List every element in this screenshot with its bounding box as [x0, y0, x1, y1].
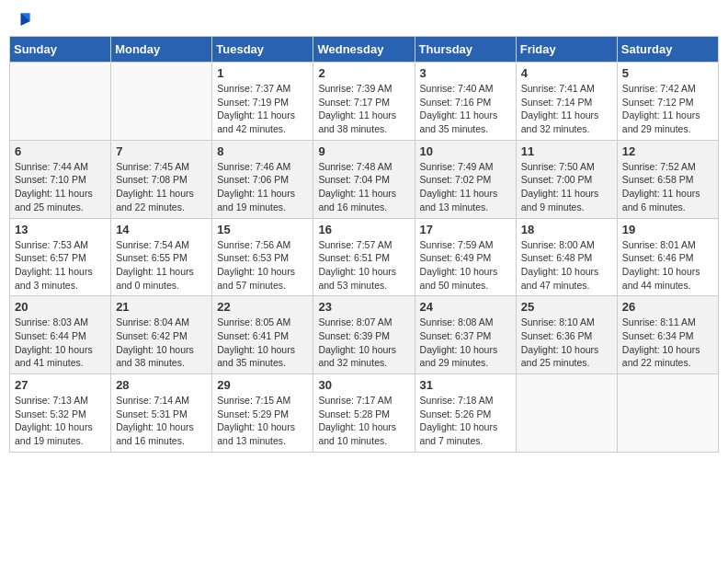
day-info: Sunrise: 8:11 AMSunset: 6:34 PMDaylight:… [622, 316, 713, 370]
day-number: 21 [116, 300, 207, 314]
calendar-cell: 14Sunrise: 7:54 AMSunset: 6:55 PMDayligh… [111, 218, 212, 296]
calendar-cell: 29Sunrise: 7:15 AMSunset: 5:29 PMDayligh… [212, 374, 313, 453]
day-number: 28 [116, 378, 207, 392]
day-info: Sunrise: 7:41 AMSunset: 7:14 PMDaylight:… [521, 82, 612, 136]
calendar-cell: 24Sunrise: 8:08 AMSunset: 6:37 PMDayligh… [415, 296, 516, 374]
calendar-cell: 7Sunrise: 7:45 AMSunset: 7:08 PMDaylight… [111, 140, 212, 218]
day-info: Sunrise: 7:54 AMSunset: 6:55 PMDaylight:… [116, 238, 207, 293]
day-info: Sunrise: 7:13 AMSunset: 5:32 PMDaylight:… [15, 394, 106, 448]
day-info: Sunrise: 7:44 AMSunset: 7:10 PMDaylight:… [15, 160, 106, 214]
day-info: Sunrise: 7:45 AMSunset: 7:08 PMDaylight:… [116, 160, 207, 214]
day-number: 14 [116, 223, 207, 236]
calendar-cell: 30Sunrise: 7:17 AMSunset: 5:28 PMDayligh… [313, 374, 415, 453]
calendar-cell: 10Sunrise: 7:49 AMSunset: 7:02 PMDayligh… [415, 140, 516, 218]
day-number: 2 [318, 66, 409, 80]
day-number: 11 [521, 144, 612, 158]
day-number: 24 [420, 300, 511, 314]
day-info: Sunrise: 7:46 AMSunset: 7:06 PMDaylight:… [217, 160, 308, 214]
day-number: 20 [15, 300, 106, 314]
calendar-cell: 3Sunrise: 7:40 AMSunset: 7:16 PMDaylight… [415, 63, 516, 141]
day-number: 26 [622, 300, 713, 314]
day-info: Sunrise: 7:14 AMSunset: 5:31 PMDaylight:… [116, 394, 207, 448]
column-header-monday: Monday [111, 37, 212, 63]
day-info: Sunrise: 7:49 AMSunset: 7:02 PMDaylight:… [420, 160, 511, 214]
calendar-table: SundayMondayTuesdayWednesdayThursdayFrid… [9, 36, 719, 453]
calendar-cell: 19Sunrise: 8:01 AMSunset: 6:46 PMDayligh… [617, 218, 718, 296]
day-info: Sunrise: 7:39 AMSunset: 7:17 PMDaylight:… [318, 82, 409, 136]
day-number: 6 [15, 144, 106, 158]
day-number: 22 [217, 300, 308, 314]
day-info: Sunrise: 7:52 AMSunset: 6:58 PMDaylight:… [622, 160, 713, 214]
day-info: Sunrise: 8:10 AMSunset: 6:36 PMDaylight:… [521, 316, 612, 370]
calendar-cell: 28Sunrise: 7:14 AMSunset: 5:31 PMDayligh… [111, 374, 212, 453]
day-number: 10 [420, 144, 511, 158]
calendar-cell: 8Sunrise: 7:46 AMSunset: 7:06 PMDaylight… [212, 140, 313, 218]
calendar-cell: 20Sunrise: 8:03 AMSunset: 6:44 PMDayligh… [10, 296, 111, 374]
calendar-cell: 26Sunrise: 8:11 AMSunset: 6:34 PMDayligh… [617, 296, 718, 374]
calendar-cell: 9Sunrise: 7:48 AMSunset: 7:04 PMDaylight… [313, 140, 415, 218]
day-number: 7 [116, 144, 207, 158]
column-header-sunday: Sunday [10, 37, 111, 63]
calendar-cell: 31Sunrise: 7:18 AMSunset: 5:26 PMDayligh… [415, 374, 516, 453]
calendar-cell: 27Sunrise: 7:13 AMSunset: 5:32 PMDayligh… [10, 374, 111, 453]
column-header-thursday: Thursday [415, 37, 516, 63]
calendar-cell: 13Sunrise: 7:53 AMSunset: 6:57 PMDayligh… [10, 218, 111, 296]
day-info: Sunrise: 7:17 AMSunset: 5:28 PMDaylight:… [318, 394, 409, 448]
logo-icon [15, 10, 33, 29]
calendar-week-1: 1Sunrise: 7:37 AMSunset: 7:19 PMDaylight… [10, 63, 719, 141]
page-header [9, 9, 719, 29]
calendar-cell: 21Sunrise: 8:04 AMSunset: 6:42 PMDayligh… [111, 296, 212, 374]
calendar-week-3: 13Sunrise: 7:53 AMSunset: 6:57 PMDayligh… [10, 218, 719, 296]
day-number: 25 [521, 300, 612, 314]
logo [13, 9, 33, 29]
day-number: 16 [318, 223, 409, 236]
day-number: 29 [217, 378, 308, 392]
day-number: 15 [217, 223, 308, 236]
day-number: 17 [420, 223, 511, 236]
calendar-cell: 18Sunrise: 8:00 AMSunset: 6:48 PMDayligh… [516, 218, 617, 296]
day-number: 19 [622, 223, 713, 236]
day-info: Sunrise: 7:59 AMSunset: 6:49 PMDaylight:… [420, 238, 511, 293]
calendar-cell: 6Sunrise: 7:44 AMSunset: 7:10 PMDaylight… [10, 140, 111, 218]
day-info: Sunrise: 7:37 AMSunset: 7:19 PMDaylight:… [217, 82, 308, 136]
calendar-cell [111, 63, 212, 141]
day-number: 1 [217, 66, 308, 80]
calendar-cell: 25Sunrise: 8:10 AMSunset: 6:36 PMDayligh… [516, 296, 617, 374]
day-info: Sunrise: 7:53 AMSunset: 6:57 PMDaylight:… [15, 238, 106, 293]
day-info: Sunrise: 7:48 AMSunset: 7:04 PMDaylight:… [318, 160, 409, 214]
column-header-friday: Friday [516, 37, 617, 63]
column-header-wednesday: Wednesday [313, 37, 415, 63]
day-info: Sunrise: 8:03 AMSunset: 6:44 PMDaylight:… [15, 316, 106, 370]
calendar-cell: 11Sunrise: 7:50 AMSunset: 7:00 PMDayligh… [516, 140, 617, 218]
day-info: Sunrise: 8:00 AMSunset: 6:48 PMDaylight:… [521, 238, 612, 293]
calendar-cell: 5Sunrise: 7:42 AMSunset: 7:12 PMDaylight… [617, 63, 718, 141]
column-header-saturday: Saturday [617, 37, 718, 63]
calendar-cell: 4Sunrise: 7:41 AMSunset: 7:14 PMDaylight… [516, 63, 617, 141]
day-number: 18 [521, 223, 612, 236]
calendar-week-5: 27Sunrise: 7:13 AMSunset: 5:32 PMDayligh… [10, 374, 719, 453]
day-info: Sunrise: 7:57 AMSunset: 6:51 PMDaylight:… [318, 238, 409, 293]
calendar-cell [516, 374, 617, 453]
calendar-cell: 23Sunrise: 8:07 AMSunset: 6:39 PMDayligh… [313, 296, 415, 374]
day-number: 8 [217, 144, 308, 158]
column-header-tuesday: Tuesday [212, 37, 313, 63]
day-info: Sunrise: 7:42 AMSunset: 7:12 PMDaylight:… [622, 82, 713, 136]
day-info: Sunrise: 8:01 AMSunset: 6:46 PMDaylight:… [622, 238, 713, 293]
calendar-week-4: 20Sunrise: 8:03 AMSunset: 6:44 PMDayligh… [10, 296, 719, 374]
day-info: Sunrise: 7:18 AMSunset: 5:26 PMDaylight:… [420, 394, 511, 448]
calendar-cell: 1Sunrise: 7:37 AMSunset: 7:19 PMDaylight… [212, 63, 313, 141]
day-info: Sunrise: 8:08 AMSunset: 6:37 PMDaylight:… [420, 316, 511, 370]
day-number: 23 [318, 300, 409, 314]
day-number: 4 [521, 66, 612, 80]
day-number: 31 [420, 378, 511, 392]
day-number: 9 [318, 144, 409, 158]
calendar-cell: 16Sunrise: 7:57 AMSunset: 6:51 PMDayligh… [313, 218, 415, 296]
calendar-cell: 2Sunrise: 7:39 AMSunset: 7:17 PMDaylight… [313, 63, 415, 141]
day-info: Sunrise: 7:50 AMSunset: 7:00 PMDaylight:… [521, 160, 612, 214]
day-info: Sunrise: 7:15 AMSunset: 5:29 PMDaylight:… [217, 394, 308, 448]
day-info: Sunrise: 8:04 AMSunset: 6:42 PMDaylight:… [116, 316, 207, 370]
calendar-cell [10, 63, 111, 141]
calendar-cell: 17Sunrise: 7:59 AMSunset: 6:49 PMDayligh… [415, 218, 516, 296]
calendar-cell: 22Sunrise: 8:05 AMSunset: 6:41 PMDayligh… [212, 296, 313, 374]
day-number: 5 [622, 66, 713, 80]
